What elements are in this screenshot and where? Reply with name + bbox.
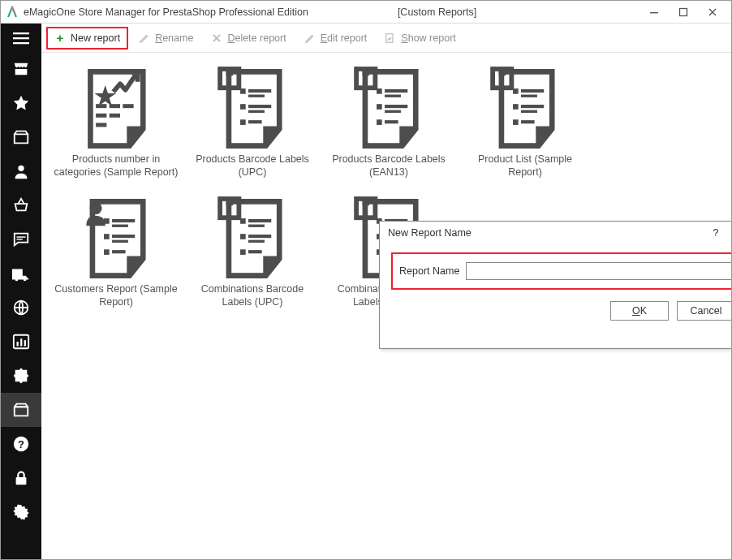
sidebar-item-settings[interactable]	[1, 495, 41, 529]
rename-button[interactable]: Rename	[131, 27, 200, 50]
show-report-button[interactable]: Show report	[377, 27, 463, 50]
svg-rect-37	[377, 104, 382, 110]
delete-report-button[interactable]: Delete report	[204, 27, 293, 50]
chart-doc-icon	[385, 32, 396, 44]
report-thumb-icon	[480, 64, 570, 153]
svg-rect-7	[17, 239, 23, 239]
svg-rect-46	[521, 95, 537, 97]
svg-rect-20	[123, 104, 133, 108]
plus-icon: +	[54, 32, 66, 44]
window-titlebar: eMagicOne Store Manager for PrestaShop P…	[1, 1, 731, 24]
sidebar-item-puzzle[interactable]	[1, 359, 41, 393]
svg-rect-50	[513, 119, 519, 125]
new-report-button[interactable]: + New report	[46, 27, 128, 50]
pencil-icon	[139, 32, 150, 44]
rename-label: Rename	[155, 32, 193, 44]
dialog-ok-button[interactable]: OK	[610, 301, 669, 321]
svg-rect-4	[13, 42, 29, 44]
pencil-icon	[304, 32, 316, 44]
sidebar-item-star[interactable]	[1, 86, 41, 120]
svg-rect-27	[240, 104, 246, 110]
dialog-close-button[interactable]	[727, 227, 732, 239]
svg-rect-23	[96, 123, 106, 127]
svg-rect-29	[248, 110, 265, 113]
report-name-input[interactable]	[466, 262, 732, 280]
svg-rect-51	[521, 120, 535, 123]
svg-rect-72	[226, 199, 233, 205]
svg-rect-82	[363, 199, 369, 205]
svg-rect-2	[13, 32, 29, 34]
svg-rect-3	[13, 37, 29, 39]
show-report-label: Show report	[401, 32, 455, 44]
svg-rect-35	[385, 89, 407, 93]
svg-rect-64	[248, 219, 271, 222]
report-label: Combinations Barcode Labels (UPC)	[184, 283, 321, 308]
window-minimize-button[interactable]	[640, 3, 668, 21]
sidebar-menu-toggle[interactable]	[1, 24, 41, 52]
svg-rect-45	[521, 89, 544, 93]
x-icon	[211, 32, 222, 44]
toolbar: + New report Rename Delete report Edit	[41, 24, 731, 53]
sidebar-item-shipping[interactable]	[1, 256, 41, 291]
edit-report-label: Edit report	[321, 32, 368, 44]
report-label: Products Barcode Labels (UPC)	[184, 153, 321, 179]
report-thumb-icon	[208, 64, 297, 153]
dialog-titlebar: New Report Name ?	[380, 222, 732, 244]
sidebar-item-help[interactable]: ?	[1, 427, 41, 461]
svg-rect-10	[17, 342, 19, 347]
svg-point-62	[90, 202, 102, 214]
svg-rect-53	[499, 69, 506, 75]
report-item[interactable]: Combinations Barcode Labels (UPC)	[184, 194, 321, 324]
dialog-cancel-button[interactable]: Cancel	[677, 301, 732, 321]
svg-rect-1	[680, 8, 687, 15]
svg-text:?: ?	[18, 438, 24, 450]
svg-rect-11	[20, 338, 22, 346]
sidebar-item-reports[interactable]	[1, 393, 41, 427]
report-label: Product List (Sample Report)	[457, 153, 593, 179]
window-close-button[interactable]	[699, 3, 726, 21]
sidebar: ?	[1, 24, 41, 559]
sidebar-item-lock[interactable]	[1, 461, 41, 495]
svg-rect-47	[513, 104, 519, 110]
svg-rect-48	[521, 105, 544, 108]
report-item[interactable]: Customers Report (Sample Report)	[48, 194, 184, 324]
report-item[interactable]: Product List (Sample Report)	[457, 64, 593, 194]
sidebar-item-store[interactable]	[1, 52, 41, 86]
svg-rect-0	[650, 12, 658, 13]
sidebar-item-stats[interactable]	[1, 325, 41, 359]
svg-rect-30	[240, 119, 246, 125]
report-thumb-icon	[208, 194, 297, 283]
new-report-label: New report	[71, 32, 120, 44]
report-label: Customers Report (Sample Report)	[48, 283, 184, 308]
dialog-help-button[interactable]: ?	[704, 227, 727, 239]
svg-rect-58	[112, 235, 135, 238]
report-name-field-row: Report Name	[391, 252, 732, 290]
report-item[interactable]: Products number in categories (Sample Re…	[48, 64, 184, 194]
svg-rect-17	[386, 33, 393, 42]
svg-rect-60	[104, 249, 110, 255]
sidebar-item-user[interactable]	[1, 154, 41, 188]
report-thumb-icon	[71, 64, 161, 153]
svg-rect-41	[385, 120, 398, 123]
svg-rect-19	[110, 104, 120, 108]
sidebar-item-globe[interactable]	[1, 291, 41, 325]
svg-rect-56	[112, 225, 128, 227]
report-label: Products number in categories (Sample Re…	[48, 153, 184, 179]
sidebar-item-basket[interactable]	[1, 188, 41, 222]
svg-rect-69	[240, 249, 246, 255]
svg-rect-33	[226, 69, 233, 75]
sidebar-item-open-box[interactable]	[1, 120, 41, 154]
new-report-dialog: New Report Name ? Report Name OK Cancel	[379, 221, 732, 349]
report-item[interactable]: Products Barcode Labels (UPC)	[184, 64, 321, 194]
window-maximize-button[interactable]	[670, 3, 697, 21]
svg-rect-43	[363, 69, 369, 75]
svg-rect-66	[240, 234, 246, 239]
svg-rect-55	[112, 219, 135, 222]
edit-report-button[interactable]: Edit report	[297, 27, 375, 50]
svg-rect-25	[248, 89, 271, 93]
ok-label-ul: O	[632, 305, 640, 317]
sidebar-item-chat[interactable]	[1, 222, 41, 256]
svg-rect-28	[248, 105, 271, 108]
report-item[interactable]: Products Barcode Labels (EAN13)	[321, 64, 457, 194]
svg-rect-22	[110, 114, 120, 118]
